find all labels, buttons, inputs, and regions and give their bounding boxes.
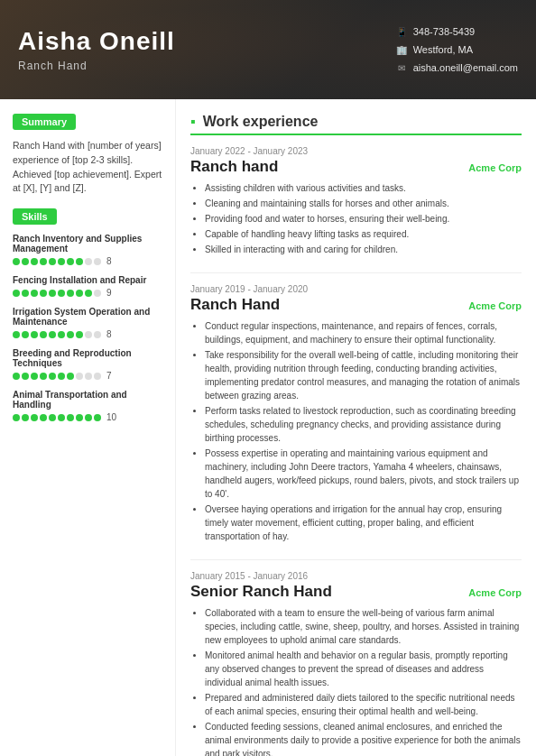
skill-dot	[94, 290, 101, 297]
job-entry: January 2019 - January 2020Ranch HandAcm…	[190, 284, 522, 543]
job-bullet: Monitored animal health and behavior on …	[205, 649, 522, 689]
skill-dot	[58, 331, 65, 338]
job-bullets: Collaborated with a team to ensure the w…	[190, 606, 522, 756]
skill-dot	[94, 258, 101, 265]
skill-dot	[49, 258, 56, 265]
job-bullet: Cleaning and maintaining stalls for hors…	[205, 197, 522, 210]
skill-dot	[85, 414, 92, 421]
skill-dot	[94, 373, 101, 380]
skill-score: 8	[106, 329, 112, 339]
job-title-row: Ranch HandAcme Corp	[190, 296, 522, 314]
header-left: Aisha Oneill Ranch Hand	[18, 27, 175, 72]
job-entry: January 2015 - January 2016Senior Ranch …	[190, 571, 522, 756]
job-bullet: Prepared and administered daily diets ta…	[205, 691, 522, 718]
phone-number: 348-738-5439	[413, 26, 476, 37]
skill-name: Ranch Inventory and Supplies Management	[13, 234, 162, 254]
skill-dot	[40, 258, 47, 265]
job-bullet: Conducted feeding sessions, cleaned anim…	[205, 720, 522, 756]
skill-score: 9	[106, 288, 112, 298]
skill-dots: 7	[13, 371, 162, 381]
skill-dot	[22, 290, 29, 297]
job-bullet: Providing food and water to horses, ensu…	[205, 212, 522, 226]
work-experience-label: Work experience	[203, 114, 319, 130]
skill-dot	[76, 414, 83, 421]
skill-item: Animal Transportation and Handling10	[13, 390, 162, 422]
right-column: ▪ Work experience January 2022 - January…	[176, 99, 536, 756]
skill-dots: 9	[13, 288, 162, 298]
skill-name: Fencing Installation and Repair	[13, 275, 162, 285]
summary-section: Summary Ranch Hand with [number of years…	[13, 114, 162, 196]
main-content: Summary Ranch Hand with [number of years…	[0, 99, 536, 756]
job-date: January 2022 - January 2023	[190, 146, 522, 156]
skill-dot	[49, 373, 56, 380]
skill-dot	[22, 258, 29, 265]
skill-dot	[31, 290, 38, 297]
skill-dot	[76, 290, 83, 297]
job-bullet: Perform tasks related to livestock repro…	[205, 404, 522, 445]
job-title-row: Ranch handAcme Corp	[190, 158, 522, 176]
skill-dot	[40, 373, 47, 380]
job-title: Ranch hand	[190, 158, 278, 176]
skill-dot	[76, 373, 83, 380]
skill-dot	[67, 331, 74, 338]
skill-dot	[49, 331, 56, 338]
skill-dot	[67, 290, 74, 297]
summary-text: Ranch Hand with [number of years] experi…	[13, 139, 162, 196]
skill-name: Animal Transportation and Handling	[13, 390, 162, 410]
skill-dot	[31, 373, 38, 380]
skill-dot	[58, 414, 65, 421]
skill-dot	[85, 258, 92, 265]
job-company: Acme Corp	[468, 162, 522, 173]
skill-dot	[40, 414, 47, 421]
skill-dots: 8	[13, 329, 162, 339]
work-experience-header: ▪ Work experience	[190, 114, 522, 135]
location-text: Westford, MA	[413, 44, 473, 55]
skill-dot	[31, 331, 38, 338]
job-bullet: Oversee haying operations and irrigation…	[205, 502, 522, 543]
skill-item: Fencing Installation and Repair9	[13, 275, 162, 298]
skill-dot	[49, 290, 56, 297]
job-bullet: Possess expertise in operating and maint…	[205, 447, 522, 501]
skill-dot	[67, 414, 74, 421]
skill-dot	[67, 258, 74, 265]
skill-dot	[31, 414, 38, 421]
jobs-list: January 2022 - January 2023Ranch handAcm…	[190, 146, 522, 756]
skill-dot	[22, 414, 29, 421]
phone-icon: 📱	[395, 25, 408, 38]
skill-dot	[40, 290, 47, 297]
job-date: January 2019 - January 2020	[190, 284, 522, 294]
skill-dot	[22, 373, 29, 380]
job-date: January 2015 - January 2016	[190, 571, 522, 581]
skill-dot	[58, 290, 65, 297]
location-icon: 🏢	[395, 43, 408, 56]
skills-badge: Skills	[13, 208, 57, 225]
skill-dot	[58, 373, 65, 380]
skill-dot	[58, 258, 65, 265]
skill-dot	[13, 414, 20, 421]
skill-dots: 8	[13, 256, 162, 266]
location-item: 🏢 Westford, MA	[395, 43, 518, 56]
skill-dot	[13, 258, 20, 265]
skill-item: Ranch Inventory and Supplies Management8	[13, 234, 162, 266]
job-entry: January 2022 - January 2023Ranch handAcm…	[190, 146, 522, 256]
skills-section: Skills Ranch Inventory and Supplies Mana…	[13, 208, 162, 422]
job-title: Senior Ranch Hand	[190, 583, 332, 601]
job-bullet: Conduct regular inspections, maintenance…	[205, 319, 522, 346]
work-experience-icon: ▪	[190, 114, 196, 130]
job-bullets: Conduct regular inspections, maintenance…	[190, 319, 522, 543]
candidate-title: Ranch Hand	[18, 60, 175, 72]
skill-dot	[85, 331, 92, 338]
summary-badge: Summary	[13, 114, 76, 130]
skill-name: Irrigation System Operation and Maintena…	[13, 307, 162, 327]
skill-dots: 10	[13, 412, 162, 422]
job-title: Ranch Hand	[190, 296, 280, 314]
skill-dot	[13, 290, 20, 297]
header-section: Aisha Oneill Ranch Hand 📱 348-738-5439 🏢…	[0, 0, 536, 99]
skill-dot	[76, 331, 83, 338]
job-bullets: Assisting children with various activiti…	[190, 181, 522, 256]
header-contact: 📱 348-738-5439 🏢 Westford, MA ✉ aisha.on…	[395, 25, 518, 74]
job-bullet: Capable of handling heavy lifting tasks …	[205, 227, 522, 241]
left-column: Summary Ranch Hand with [number of years…	[0, 99, 176, 756]
job-company: Acme Corp	[468, 587, 522, 598]
phone-item: 📱 348-738-5439	[395, 25, 518, 38]
